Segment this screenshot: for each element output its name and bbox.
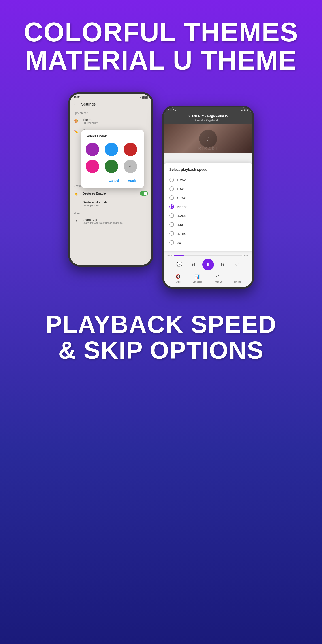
- radio-025[interactable]: [169, 178, 174, 182]
- phones-section: 10:38 ▲ ⬛ ⬛ ← Settings Appearance 🎨 Them…: [0, 88, 322, 302]
- speed-option-15[interactable]: 1.5x: [164, 220, 252, 229]
- timer-ctrl[interactable]: ⏱ Timer Off: [213, 274, 222, 283]
- player-controls: 01:5 5:14 💬 ⏮ ⏸ ⏭ ♡ 🔇: [164, 252, 252, 287]
- time-left: 10:38: [74, 96, 81, 99]
- radio-175[interactable]: [169, 231, 174, 236]
- color-dialog-actions: Cancel Apply: [86, 178, 139, 184]
- theme-icon: 🎨: [74, 118, 79, 124]
- speed-label-normal: Normal: [177, 205, 188, 209]
- speed-label-175: 1.75x: [177, 232, 186, 236]
- share-app-sub: Share link with your friends and fami...: [83, 222, 148, 224]
- speed-dialog: Select playback speed 0.25x 0.5x 0.75x N…: [164, 163, 252, 251]
- share-app-item[interactable]: ↗ Share App Share link with your friends…: [70, 216, 151, 226]
- pause-button[interactable]: ⏸: [202, 259, 214, 270]
- bottom-title: PLAYBACK SPEED & SKIP OPTIONS: [14, 311, 308, 363]
- phone-left: 10:38 ▲ ⬛ ⬛ ← Settings Appearance 🎨 Them…: [68, 92, 153, 266]
- speed-option-075[interactable]: 0.75x: [164, 193, 252, 202]
- radio-075[interactable]: [169, 196, 174, 200]
- hero-title: COLORFUL THEMES MATERIAL U THEME: [14, 18, 308, 74]
- progress-start: 01:5: [168, 254, 172, 257]
- track-artist: B Praak - Pagalworld.io: [168, 119, 249, 122]
- options-ctrl[interactable]: ⋮ options: [234, 274, 241, 283]
- radio-2[interactable]: [169, 240, 174, 245]
- apply-button[interactable]: Apply: [125, 178, 139, 184]
- phone-right: 2:36 AM ▲ ◼ ◼ ▾ Teri Mitti - Pagalworld.…: [162, 106, 254, 289]
- radio-05[interactable]: [169, 186, 174, 191]
- speed-dialog-title: Select playback speed: [164, 168, 252, 175]
- options-label: options: [234, 281, 241, 283]
- color-icon: ✏️: [74, 129, 79, 134]
- timer-label: Timer Off: [213, 281, 222, 283]
- next-button[interactable]: ⏭: [219, 260, 227, 268]
- progress-filled: [174, 255, 184, 256]
- share-app-label: Share App: [83, 218, 148, 222]
- equalizer-label: Equalizer: [193, 281, 202, 283]
- gestures-enable-label: Gestures Enable: [83, 192, 136, 195]
- chevron-down-icon: ▾: [188, 114, 190, 118]
- radio-15[interactable]: [169, 222, 174, 227]
- color-dialog-title: Select Color: [86, 134, 139, 138]
- mute-ctrl[interactable]: 🔇 Mute: [175, 274, 181, 283]
- color-option-pink[interactable]: [86, 160, 99, 173]
- cancel-button[interactable]: Cancel: [106, 178, 122, 184]
- extra-controls: 🔇 Mute 📊 Equalizer ⏱ Timer Off ⋮ options: [164, 272, 252, 284]
- color-option-purple[interactable]: [86, 143, 99, 156]
- album-art-text: KIKARI: [198, 147, 218, 152]
- mute-label: Mute: [176, 281, 181, 283]
- gesture-info-icon: [74, 201, 79, 206]
- speed-option-175[interactable]: 1.75x: [164, 229, 252, 238]
- settings-header: ← Settings: [70, 100, 151, 109]
- options-icon: ⋮: [234, 274, 240, 280]
- speed-label-05: 0.5x: [177, 187, 184, 191]
- progress-bar: 01:5 5:14: [164, 254, 252, 257]
- color-dialog: Select Color ✓ Cancel Apply: [81, 130, 144, 188]
- status-bar-left: 10:38 ▲ ⬛ ⬛: [70, 94, 151, 100]
- speed-option-2[interactable]: 2x: [164, 238, 252, 247]
- phone-left-screen: 10:38 ▲ ⬛ ⬛ ← Settings Appearance 🎨 Them…: [70, 94, 151, 265]
- speed-option-05[interactable]: 0.5x: [164, 184, 252, 193]
- gestures-toggle[interactable]: [140, 191, 148, 196]
- track-title: Teri Mitti - Pagalworld.io: [192, 114, 228, 118]
- prev-button[interactable]: ⏮: [189, 260, 197, 268]
- color-option-red[interactable]: [124, 143, 137, 156]
- progress-end: 5:14: [244, 254, 248, 257]
- appearance-label: Appearance: [70, 109, 151, 116]
- phone-right-screen: 2:36 AM ▲ ◼ ◼ ▾ Teri Mitti - Pagalworld.…: [164, 107, 252, 287]
- comment-button[interactable]: 💬: [175, 260, 183, 268]
- theme-item[interactable]: 🎨 Theme Follow system: [70, 116, 151, 126]
- speed-label-15: 1.5x: [177, 223, 184, 226]
- gesture-info-sub: Learn gestures: [83, 204, 148, 207]
- status-icons-left: ▲ ⬛ ⬛: [139, 96, 148, 98]
- bottom-line1: PLAYBACK SPEED: [46, 310, 276, 338]
- color-option-gray[interactable]: ✓: [124, 160, 137, 173]
- status-bar-right: 2:36 AM ▲ ◼ ◼: [164, 107, 252, 112]
- color-option-blue[interactable]: [105, 143, 118, 156]
- gesture-icon: ☝️: [74, 191, 79, 196]
- radio-125[interactable]: [169, 213, 174, 218]
- speed-label-125: 1.25x: [177, 214, 186, 218]
- controls-row: 💬 ⏮ ⏸ ⏭ ♡: [164, 259, 252, 270]
- equalizer-icon: 📊: [194, 274, 200, 280]
- hero-section: COLORFUL THEMES MATERIAL U THEME: [0, 0, 322, 88]
- timer-icon: ⏱: [215, 274, 221, 280]
- equalizer-ctrl[interactable]: 📊 Equalizer: [193, 274, 202, 283]
- album-art: ♪ KIKARI: [164, 124, 252, 153]
- track-info: ▾ Teri Mitti - Pagalworld.io B Praak - P…: [164, 112, 252, 124]
- color-option-green[interactable]: [105, 160, 118, 173]
- speed-option-normal[interactable]: Normal: [164, 202, 252, 211]
- status-icons-right: ▲ ◼ ◼: [241, 109, 249, 112]
- gesture-info-item[interactable]: Gesture Information Learn gestures: [70, 198, 151, 209]
- theme-label: Theme: [83, 118, 148, 122]
- progress-track[interactable]: [174, 255, 242, 256]
- theme-sub: Follow system: [83, 122, 148, 124]
- favorite-button[interactable]: ♡: [233, 260, 241, 268]
- speed-option-125[interactable]: 1.25x: [164, 211, 252, 220]
- gestures-enable-item[interactable]: ☝️ Gestures Enable: [70, 188, 151, 198]
- radio-normal[interactable]: [169, 204, 174, 209]
- hero-line1: COLORFUL THEMES: [24, 17, 298, 47]
- share-icon: ↗: [74, 218, 79, 224]
- gesture-info-label: Gesture Information: [83, 200, 148, 204]
- back-button[interactable]: ←: [74, 102, 78, 107]
- speed-option-025[interactable]: 0.25x: [164, 175, 252, 184]
- bottom-line2: & SKIP OPTIONS: [58, 336, 264, 364]
